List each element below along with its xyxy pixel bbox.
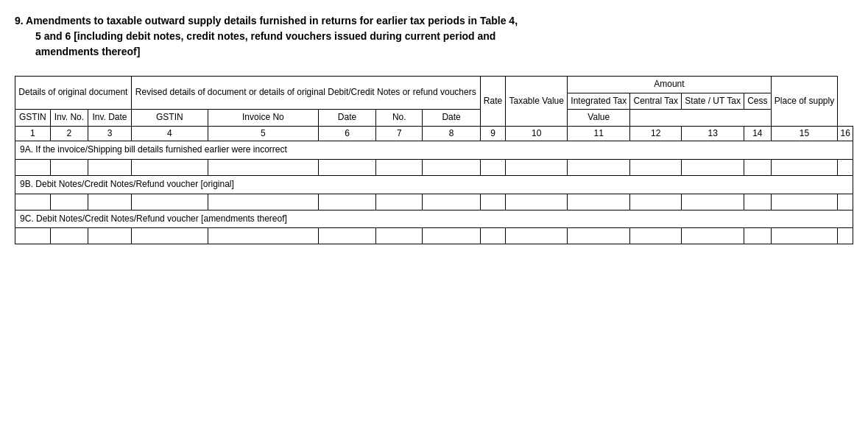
9c-data-8[interactable] xyxy=(423,228,480,244)
col-num-4: 4 xyxy=(131,126,208,141)
9c-data-3[interactable] xyxy=(88,228,132,244)
9a-data-1[interactable] xyxy=(15,159,51,175)
header-state-ut-tax: State / UT Tax xyxy=(682,93,744,110)
subheader-gstin1: GSTIN xyxy=(15,110,51,127)
9a-data-6[interactable] xyxy=(318,159,375,175)
header-original-doc: Details of original document xyxy=(15,77,132,110)
9c-data-12[interactable] xyxy=(630,228,682,244)
9b-data-14[interactable] xyxy=(744,194,772,210)
main-table: Details of original document Revised det… xyxy=(15,76,853,244)
9c-data-10[interactable] xyxy=(506,228,568,244)
header-integrated-tax: Integrated Tax xyxy=(568,93,630,110)
9b-data-2[interactable] xyxy=(50,194,88,210)
9b-data-12[interactable] xyxy=(630,194,682,210)
subheader-inv-date: Inv. Date xyxy=(88,110,132,127)
9a-data-10[interactable] xyxy=(506,159,568,175)
9b-data-5[interactable] xyxy=(208,194,318,210)
col-num-1: 1 xyxy=(15,126,51,141)
9b-data-13[interactable] xyxy=(682,194,744,210)
9b-data-11[interactable] xyxy=(568,194,630,210)
9a-data-14[interactable] xyxy=(744,159,772,175)
9a-data-4[interactable] xyxy=(131,159,208,175)
9b-data-9[interactable] xyxy=(480,194,506,210)
9a-data-5[interactable] xyxy=(208,159,318,175)
9a-data-3[interactable] xyxy=(88,159,132,175)
9a-data-13[interactable] xyxy=(682,159,744,175)
9a-data-7[interactable] xyxy=(376,159,423,175)
9b-data-10[interactable] xyxy=(506,194,568,210)
9c-data-9[interactable] xyxy=(480,228,506,244)
9a-data-11[interactable] xyxy=(568,159,630,175)
9b-data-8[interactable] xyxy=(423,194,480,210)
section-9b-label: 9B. Debit Notes/Credit Notes/Refund vouc… xyxy=(15,175,853,194)
col-num-12: 12 xyxy=(630,126,682,141)
9c-data-14[interactable] xyxy=(744,228,772,244)
9b-data-1[interactable] xyxy=(15,194,51,210)
col-num-10: 10 xyxy=(506,126,568,141)
9b-data-4[interactable] xyxy=(131,194,208,210)
col-num-6: 6 xyxy=(318,126,375,141)
9b-data-7[interactable] xyxy=(376,194,423,210)
subheader-invoice-date: Date xyxy=(318,110,375,127)
section-9a-label: 9A. If the invoice/Shipping bill details… xyxy=(15,141,853,160)
col-num-3: 3 xyxy=(88,126,132,141)
header-rate: Rate xyxy=(480,77,506,127)
col-num-16: 16 xyxy=(838,126,853,141)
header-place-supply: Place of supply xyxy=(771,77,838,127)
9c-data-4[interactable] xyxy=(131,228,208,244)
9c-data-13[interactable] xyxy=(682,228,744,244)
9a-data-16[interactable] xyxy=(838,159,853,175)
subheader-invoice-no: Invoice No xyxy=(208,110,318,127)
page-title: 9. Amendments to taxable outward supply … xyxy=(15,13,853,60)
col-num-14: 14 xyxy=(744,126,772,141)
header-taxable-value: Taxable Value xyxy=(506,77,568,127)
header-amount: Amount xyxy=(568,77,771,93)
col-num-13: 13 xyxy=(682,126,744,141)
subheader-value: Value xyxy=(568,110,630,127)
col-num-11: 11 xyxy=(568,126,630,141)
col-num-7: 7 xyxy=(376,126,423,141)
9b-data-15[interactable] xyxy=(771,194,838,210)
9a-data-9[interactable] xyxy=(480,159,506,175)
section-9c-label: 9C. Debit Notes/Credit Notes/Refund vouc… xyxy=(15,210,853,228)
col-num-2: 2 xyxy=(50,126,88,141)
9b-data-6[interactable] xyxy=(318,194,375,210)
9c-data-11[interactable] xyxy=(568,228,630,244)
9c-data-6[interactable] xyxy=(318,228,375,244)
header-revised-doc: Revised details of document or details o… xyxy=(131,77,480,110)
col-num-9: 9 xyxy=(480,126,506,141)
header-cess: Cess xyxy=(744,93,772,110)
col-num-15: 15 xyxy=(771,126,838,141)
9c-data-7[interactable] xyxy=(376,228,423,244)
9c-data-16[interactable] xyxy=(838,228,853,244)
9a-data-15[interactable] xyxy=(771,159,838,175)
col-num-8: 8 xyxy=(423,126,480,141)
subheader-shipping-no: No. xyxy=(376,110,423,127)
header-central-tax: Central Tax xyxy=(630,93,682,110)
col-num-5: 5 xyxy=(208,126,318,141)
9b-data-3[interactable] xyxy=(88,194,132,210)
9a-data-2[interactable] xyxy=(50,159,88,175)
subheader-shipping-date: Date xyxy=(423,110,480,127)
9a-data-8[interactable] xyxy=(423,159,480,175)
subheader-inv-no: Inv. No. xyxy=(50,110,88,127)
9b-data-16[interactable] xyxy=(838,194,853,210)
9c-data-15[interactable] xyxy=(771,228,838,244)
9a-data-12[interactable] xyxy=(630,159,682,175)
9c-data-2[interactable] xyxy=(50,228,88,244)
9c-data-5[interactable] xyxy=(208,228,318,244)
9c-data-1[interactable] xyxy=(15,228,51,244)
subheader-gstin2: GSTIN xyxy=(131,110,208,127)
